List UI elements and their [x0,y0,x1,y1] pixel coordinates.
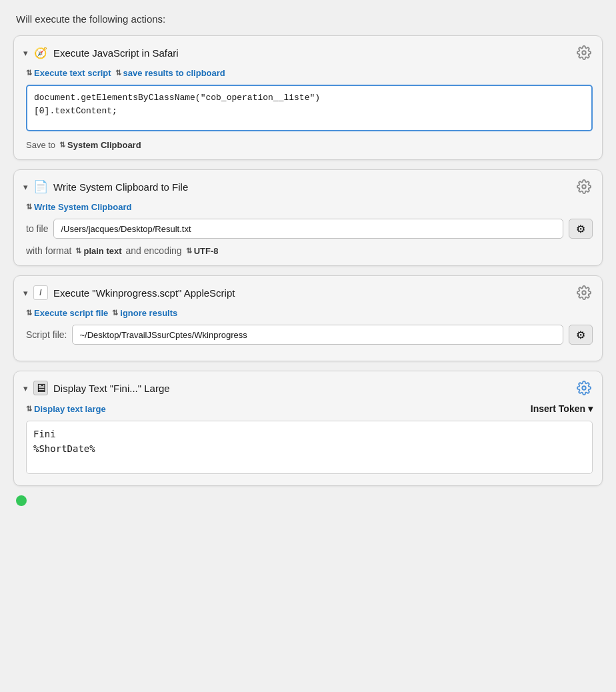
safari-card-title: Execute JavaScript in Safari [53,47,179,59]
collapse-chevron-2-icon[interactable]: ▾ [23,182,28,192]
safari-icon: 🧭 [33,45,48,60]
svg-point-2 [582,291,586,295]
write-clipboard-gear-icon[interactable] [575,178,593,195]
ignore-results-btn[interactable]: ignore results [112,308,177,318]
ignore-results-arrows-icon [112,309,118,317]
browse-gear-icon: ⚙ [576,223,585,235]
safari-card-body: Execute text script save results to clip… [23,68,593,150]
card-header-left-3: ▾ / Execute "Wkinprogress.scpt" AppleScr… [23,285,235,300]
browse-file-btn[interactable]: ⚙ [569,219,593,239]
insert-token-chevron-icon: ▾ [588,403,593,414]
write-clipboard-arrows-icon [26,203,32,211]
execute-text-script-btn[interactable]: Execute text script [26,68,111,78]
collapse-chevron-3-icon[interactable]: ▾ [23,288,28,298]
page-intro: Will execute the following actions: [13,13,603,25]
safari-sub-options-row: Execute text script save results to clip… [26,68,593,78]
save-to-label: Save to [26,140,55,150]
action-card-write-clipboard: ▾ 📄 Write System Clipboard to File Write… [13,169,603,266]
clipboard-arrows-icon [59,141,65,149]
display-icon: 🖥 [33,381,48,395]
and-encoding-label: and encoding [126,245,182,256]
collapse-chevron-4-icon[interactable]: ▾ [23,383,28,393]
encoding-select[interactable]: UTF-8 [186,246,219,256]
display-text-large-btn[interactable]: Display text large [26,404,106,414]
applescript-icon: / [33,285,48,300]
write-clipboard-card-title: Write System Clipboard to File [53,181,188,193]
execute-script-file-arrows-icon [26,309,32,317]
write-system-clipboard-btn[interactable]: Write System Clipboard [26,202,131,212]
save-to-row: Save to System Clipboard [26,140,593,150]
action-card-safari-js: ▾ 🧭 Execute JavaScript in Safari Execute… [13,35,603,160]
format-row: with format plain text and encoding UTF-… [26,245,593,256]
execute-script-file-btn[interactable]: Execute script file [26,308,108,318]
write-clipboard-body: Write System Clipboard to file ⚙ with fo… [23,202,593,256]
safari-gear-icon[interactable] [575,44,593,61]
file-icon: 📄 [33,179,48,194]
file-path-input[interactable] [53,219,563,239]
script-file-row: Script file: ⚙ [26,325,593,345]
write-clipboard-sub-options: Write System Clipboard [26,202,593,212]
to-file-row: to file ⚙ [26,219,593,239]
svg-point-1 [582,185,586,189]
save-results-arrows-icon [115,69,121,77]
display-text-card-title: Display Text "Fini..." Large [53,383,170,394]
browse-script-btn[interactable]: ⚙ [569,325,593,345]
card-header-applescript: ▾ / Execute "Wkinprogress.scpt" AppleScr… [23,284,593,301]
save-results-clipboard-btn[interactable]: save results to clipboard [115,68,225,78]
display-text-arrows-icon [26,405,32,413]
green-indicator-icon [16,495,27,506]
display-text-body: Display text large Insert Token ▾ Fini %… [23,403,593,476]
encoding-arrows-icon [186,247,192,255]
to-file-label: to file [26,223,48,234]
action-card-applescript: ▾ / Execute "Wkinprogress.scpt" AppleScr… [13,275,603,361]
insert-token-btn[interactable]: Insert Token ▾ [531,403,593,414]
applescript-body: Execute script file ignore results Scrip… [23,308,593,345]
svg-point-0 [582,51,586,55]
svg-point-3 [582,386,586,390]
card-header-write-clipboard: ▾ 📄 Write System Clipboard to File [23,178,593,195]
script-file-label: Script file: [26,329,67,340]
action-card-display-text: ▾ 🖥 Display Text "Fini..." Large Display… [13,371,603,486]
card-header-safari-js: ▾ 🧭 Execute JavaScript in Safari [23,44,593,61]
display-text-gear-icon[interactable] [575,379,593,397]
applescript-gear-icon[interactable] [575,284,593,301]
bottom-action-row [13,495,603,506]
script-file-path-input[interactable] [72,325,563,345]
applescript-card-title: Execute "Wkinprogress.scpt" AppleScript [53,287,235,299]
card-header-left-2: ▾ 📄 Write System Clipboard to File [23,179,188,194]
applescript-sub-options: Execute script file ignore results [26,308,593,318]
format-select[interactable]: plain text [75,246,121,256]
format-arrows-icon [75,247,81,255]
js-code-textarea[interactable]: document.getElementsByClassName("cob_ope… [26,85,593,131]
collapse-chevron-icon[interactable]: ▾ [23,48,28,58]
execute-script-arrows-icon [26,69,32,77]
display-text-textarea[interactable]: Fini %ShortDate% [26,421,593,474]
clipboard-select[interactable]: System Clipboard [59,140,141,150]
card-header-left-4: ▾ 🖥 Display Text "Fini..." Large [23,381,170,395]
card-header-display-text: ▾ 🖥 Display Text "Fini..." Large [23,379,593,397]
with-format-label: with format [26,245,71,256]
display-text-sub-options: Display text large Insert Token ▾ [26,403,593,414]
card-header-left: ▾ 🧭 Execute JavaScript in Safari [23,45,179,60]
browse-script-gear-icon: ⚙ [576,329,585,341]
